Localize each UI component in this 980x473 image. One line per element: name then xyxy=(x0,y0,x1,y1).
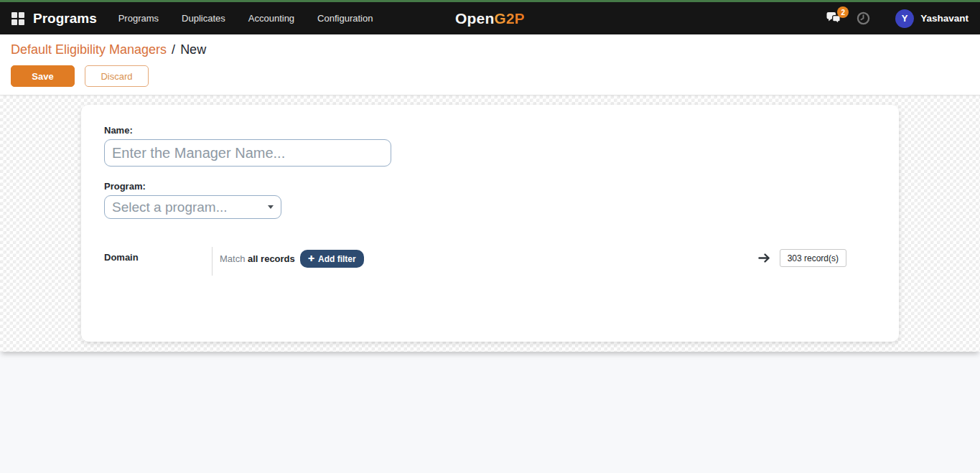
messages-badge: 2 xyxy=(837,6,849,18)
nav-item-configuration[interactable]: Configuration xyxy=(317,13,373,24)
discard-button[interactable]: Discard xyxy=(85,65,149,87)
domain-records-area: 303 record(s) xyxy=(758,247,846,267)
domain-match-area: Match all records ✚ Add filter xyxy=(220,247,364,268)
messages-button[interactable]: 2 xyxy=(826,11,841,25)
main-menu: Programs Duplicates Accounting Configura… xyxy=(118,13,373,24)
caret-down-icon xyxy=(268,205,274,209)
save-button[interactable]: Save xyxy=(11,65,75,87)
control-panel-buttons: Save Discard xyxy=(11,65,969,87)
nav-item-programs[interactable]: Programs xyxy=(118,13,159,24)
app-brand-title[interactable]: Programs xyxy=(33,11,97,27)
systray: 2 Y Yashavant xyxy=(826,9,969,28)
apps-grid-icon xyxy=(11,12,24,25)
form-view-background: Name: Program: Select a program... Domai… xyxy=(0,95,980,352)
logo-open-text: Open xyxy=(455,10,494,27)
arrow-right-icon xyxy=(758,253,770,263)
add-filter-label: Add filter xyxy=(318,254,356,264)
name-field-group: Name: xyxy=(104,125,899,167)
program-select-placeholder: Select a program... xyxy=(112,200,263,215)
nav-item-accounting[interactable]: Accounting xyxy=(248,13,294,24)
top-navbar: Programs Programs Duplicates Accounting … xyxy=(0,0,980,34)
domain-widget: Domain Match all records ✚ Add filter 30… xyxy=(104,247,899,276)
breadcrumb-current: New xyxy=(180,42,206,57)
plus-icon: ✚ xyxy=(308,255,314,263)
domain-field-label: Domain xyxy=(104,247,212,263)
domain-match-text: Match all records xyxy=(220,253,295,264)
breadcrumb: Default Eligibility Managers / New xyxy=(11,42,969,57)
breadcrumb-parent-link[interactable]: Default Eligibility Managers xyxy=(11,42,167,57)
user-avatar: Y xyxy=(895,9,914,28)
records-count-button[interactable]: 303 record(s) xyxy=(780,249,846,267)
user-name: Yashavant xyxy=(920,13,969,24)
manager-name-input[interactable] xyxy=(104,139,391,167)
clock-icon xyxy=(857,11,870,25)
logo-g2p-text: G2P xyxy=(494,10,525,27)
add-filter-button[interactable]: ✚ Add filter xyxy=(300,250,364,268)
program-field-label: Program: xyxy=(104,181,899,192)
control-panel: Default Eligibility Managers / New Save … xyxy=(0,34,980,95)
program-select[interactable]: Select a program... xyxy=(104,195,281,219)
name-field-label: Name: xyxy=(104,125,899,136)
nav-item-duplicates[interactable]: Duplicates xyxy=(182,13,225,24)
openg2p-logo: OpenG2P xyxy=(455,10,525,27)
user-menu[interactable]: Y Yashavant xyxy=(895,9,969,28)
program-field-group: Program: Select a program... xyxy=(104,181,899,219)
form-card: Name: Program: Select a program... Domai… xyxy=(81,105,899,342)
page-footer-background xyxy=(0,352,980,473)
breadcrumb-separator: / xyxy=(172,42,175,57)
apps-menu-button[interactable] xyxy=(11,12,24,25)
domain-divider xyxy=(212,247,213,276)
activities-button[interactable] xyxy=(857,11,870,25)
